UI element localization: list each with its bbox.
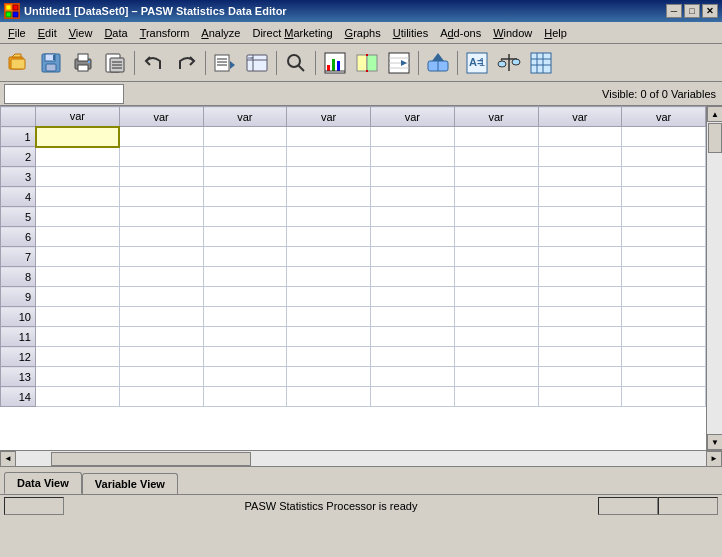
table-row[interactable]: 13 bbox=[1, 367, 706, 387]
grid-view-button[interactable] bbox=[526, 48, 556, 78]
cell[interactable] bbox=[287, 227, 371, 247]
cell[interactable] bbox=[538, 247, 622, 267]
cell[interactable] bbox=[203, 287, 287, 307]
cell[interactable] bbox=[287, 387, 371, 407]
cell[interactable] bbox=[203, 327, 287, 347]
cell[interactable] bbox=[203, 267, 287, 287]
cell[interactable] bbox=[454, 287, 538, 307]
cell[interactable] bbox=[622, 307, 706, 327]
cell[interactable] bbox=[538, 187, 622, 207]
cell[interactable] bbox=[454, 327, 538, 347]
cell[interactable] bbox=[119, 367, 203, 387]
cell[interactable] bbox=[371, 147, 455, 167]
cell[interactable] bbox=[36, 327, 120, 347]
cell[interactable] bbox=[454, 147, 538, 167]
cell[interactable] bbox=[287, 127, 371, 147]
cell[interactable] bbox=[371, 287, 455, 307]
cell[interactable] bbox=[36, 367, 120, 387]
cell[interactable] bbox=[622, 147, 706, 167]
cell[interactable] bbox=[287, 167, 371, 187]
cell[interactable] bbox=[36, 167, 120, 187]
cell[interactable] bbox=[36, 227, 120, 247]
dialog-recall-button[interactable] bbox=[100, 48, 130, 78]
menu-view[interactable]: View bbox=[63, 25, 99, 41]
scroll-thumb-v[interactable] bbox=[708, 123, 722, 153]
scroll-right-button[interactable]: ► bbox=[706, 451, 722, 467]
cell[interactable] bbox=[119, 187, 203, 207]
cell[interactable] bbox=[287, 347, 371, 367]
cell[interactable] bbox=[538, 167, 622, 187]
cell[interactable] bbox=[287, 327, 371, 347]
charts-button[interactable] bbox=[320, 48, 350, 78]
cell[interactable] bbox=[538, 387, 622, 407]
table-row[interactable]: 11 bbox=[1, 327, 706, 347]
var-label-input[interactable] bbox=[4, 84, 124, 104]
cell[interactable] bbox=[454, 227, 538, 247]
cell[interactable] bbox=[454, 307, 538, 327]
cell[interactable] bbox=[622, 287, 706, 307]
cell[interactable] bbox=[36, 307, 120, 327]
col-header-4[interactable]: var bbox=[287, 107, 371, 127]
goto-case-button[interactable] bbox=[210, 48, 240, 78]
cell[interactable] bbox=[454, 367, 538, 387]
find-button[interactable] bbox=[281, 48, 311, 78]
col-header-6[interactable]: var bbox=[454, 107, 538, 127]
vertical-scrollbar[interactable]: ▲ ▼ bbox=[706, 106, 722, 450]
cell[interactable] bbox=[371, 127, 455, 147]
col-header-5[interactable]: var bbox=[371, 107, 455, 127]
menu-window[interactable]: Window bbox=[487, 25, 538, 41]
cell[interactable] bbox=[538, 147, 622, 167]
table-row[interactable]: 1 bbox=[1, 127, 706, 147]
cell[interactable] bbox=[203, 207, 287, 227]
scroll-down-button[interactable]: ▼ bbox=[707, 434, 722, 450]
cell[interactable] bbox=[119, 387, 203, 407]
cell[interactable] bbox=[119, 247, 203, 267]
scroll-up-button[interactable]: ▲ bbox=[707, 106, 722, 122]
table-row[interactable]: 2 bbox=[1, 147, 706, 167]
balance-button[interactable] bbox=[494, 48, 524, 78]
cell[interactable] bbox=[36, 347, 120, 367]
cell[interactable] bbox=[371, 187, 455, 207]
cell[interactable] bbox=[538, 307, 622, 327]
cell[interactable] bbox=[119, 127, 203, 147]
cell[interactable] bbox=[538, 347, 622, 367]
cell[interactable] bbox=[36, 187, 120, 207]
cell[interactable] bbox=[371, 167, 455, 187]
cell[interactable] bbox=[203, 187, 287, 207]
table-row[interactable]: 7 bbox=[1, 247, 706, 267]
redo-button[interactable] bbox=[171, 48, 201, 78]
menu-utilities[interactable]: Utilities bbox=[387, 25, 434, 41]
col-header-3[interactable]: var bbox=[203, 107, 287, 127]
cell[interactable] bbox=[287, 267, 371, 287]
cell[interactable] bbox=[454, 267, 538, 287]
table-row[interactable]: 9 bbox=[1, 287, 706, 307]
minimize-button[interactable]: ─ bbox=[666, 4, 682, 18]
cell[interactable] bbox=[622, 347, 706, 367]
menu-file[interactable]: File bbox=[2, 25, 32, 41]
cell[interactable] bbox=[203, 387, 287, 407]
cell[interactable] bbox=[119, 267, 203, 287]
cell[interactable] bbox=[622, 367, 706, 387]
cell[interactable] bbox=[622, 127, 706, 147]
value-labels-button[interactable]: A= 1 bbox=[462, 48, 492, 78]
cell[interactable] bbox=[538, 327, 622, 347]
cell[interactable] bbox=[203, 227, 287, 247]
menu-edit[interactable]: Edit bbox=[32, 25, 63, 41]
cell[interactable] bbox=[622, 327, 706, 347]
cell[interactable] bbox=[287, 147, 371, 167]
cell[interactable] bbox=[287, 287, 371, 307]
cell[interactable] bbox=[203, 347, 287, 367]
cell[interactable] bbox=[36, 147, 120, 167]
cell[interactable] bbox=[454, 167, 538, 187]
table-row[interactable]: 4 bbox=[1, 187, 706, 207]
cell[interactable] bbox=[36, 247, 120, 267]
cell[interactable] bbox=[622, 227, 706, 247]
cell[interactable] bbox=[454, 347, 538, 367]
col-header-8[interactable]: var bbox=[622, 107, 706, 127]
maximize-button[interactable]: □ bbox=[684, 4, 700, 18]
menu-graphs[interactable]: Graphs bbox=[339, 25, 387, 41]
cell[interactable] bbox=[371, 367, 455, 387]
cell[interactable] bbox=[287, 187, 371, 207]
menu-direct-marketing[interactable]: Direct Marketing bbox=[246, 25, 338, 41]
cell[interactable] bbox=[371, 247, 455, 267]
